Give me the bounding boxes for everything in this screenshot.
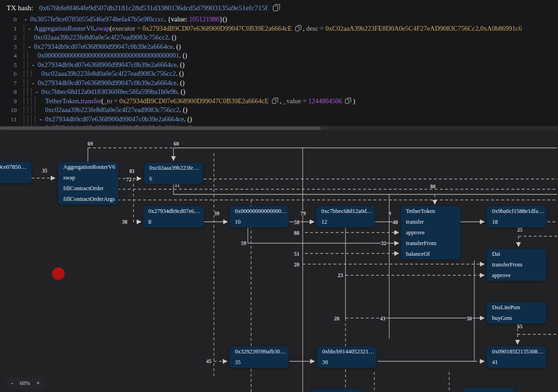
copy-icon[interactable]: [272, 99, 276, 104]
tree-guide-line: [35, 115, 39, 123]
node-method-row[interactable]: approve: [487, 270, 546, 281]
tx-hash-label: TX hash:: [7, 4, 33, 12]
address-link[interactable]: 0x00000000000000000000000000000000000000…: [38, 52, 179, 59]
line-number: 11: [0, 115, 17, 124]
node-title[interactable]: 0x9ba0cf1588e1dfa…: [487, 206, 546, 217]
line-number: 10: [0, 106, 17, 115]
tree-branch-dash: -: [24, 15, 30, 24]
address-link[interactable]: 0x27934db9cd07e6368900d99047c0b39e2a6664…: [34, 43, 173, 50]
copy-icon[interactable]: [273, 6, 278, 11]
scrollbar-thumb[interactable]: [0, 126, 321, 130]
node-title[interactable]: TetherToken: [401, 206, 460, 217]
line-number: 0: [0, 15, 17, 24]
tree-guide-line: [31, 70, 35, 77]
address-link[interactable]: 0xc02aaa39b223fe8d0a0e5c4f27ead9083c756c…: [34, 33, 168, 41]
contract-name[interactable]: AggregationRouterV6: [34, 25, 94, 32]
tree-guide-line: [24, 97, 27, 105]
node-method-row[interactable]: 12: [316, 217, 375, 227]
graph-node[interactable]: 0x329239599afb30…35: [230, 346, 289, 368]
graph-node[interactable]: 0x3057fe9ce07850…: [0, 162, 32, 183]
node-method-row[interactable]: 10: [230, 217, 289, 227]
address-link[interactable]: 0x3057fe9ce0785055d546e974befa47b5e9f0cc…: [30, 15, 164, 23]
tree-guide-line: [31, 115, 35, 123]
node-method-row[interactable]: 18: [487, 217, 546, 227]
node-method-row[interactable]: swap: [58, 173, 119, 183]
address-link[interactable]: 0xc02aaa39b223fe8d0a0e5c4f27ead9083c756c…: [45, 106, 179, 113]
graph-node[interactable]: 0xbbcb9144052321…30: [317, 346, 377, 368]
node-title[interactable]: 0xc7bbec68d12a0d…: [316, 206, 375, 217]
node-method-row[interactable]: transfer: [401, 217, 460, 227]
graph-node[interactable]: AggregationRouterV6swapfillContractOrder…: [58, 162, 119, 205]
graph-node[interactable]: 0x9ba0cf1588e1dfa…18: [487, 206, 546, 227]
node-title[interactable]: 0x090185f2135308…: [487, 346, 546, 357]
address-link[interactable]: 0xc7bbec68d12a0d1830360f8ec58fa599ba1b0e…: [41, 88, 177, 95]
trace-text: . (): [177, 79, 185, 86]
address-link[interactable]: 0x27934db9cd07e6368900d99047c0b39e2a6664…: [45, 115, 184, 123]
graph-node[interactable]: [312, 389, 363, 392]
contract-name[interactable]: TetherToken: [45, 97, 79, 105]
node-method-row[interactable]: 30: [317, 357, 377, 368]
address-link[interactable]: 0x27934db9cd07e6368900d99047c0b39e2a6664…: [38, 79, 177, 86]
line-number: 9: [0, 97, 17, 106]
tree-guide-line: [27, 115, 31, 123]
node-title[interactable]: 0xc02aaa39b223fe…: [144, 163, 203, 173]
graph-node[interactable]: 0x00000000000000…10: [230, 206, 289, 227]
method-name[interactable]: transfer: [80, 97, 101, 105]
node-title[interactable]: 0x3057fe9ce07850…: [0, 162, 32, 173]
tree-guide-line: [24, 88, 27, 95]
tree-guide-line: [24, 70, 27, 77]
param-address-value: 0x27934dB9CD07e6368900D99047C0B39E2a6664…: [120, 97, 269, 105]
trace-panel: TX hash: 0x676bfe8f464fe9d507db2181c28d5…: [0, 0, 558, 126]
node-title[interactable]: 0x27934db9cd07e6…: [143, 206, 204, 217]
node-method-row[interactable]: 41: [487, 357, 546, 368]
trace-text: ,: [278, 97, 283, 105]
param-address-value: 0x27934dB9CD07e6368900D99047C0B39E2a6664…: [142, 25, 292, 32]
node-method-row[interactable]: buyGem: [487, 313, 546, 324]
graph-node[interactable]: DssLitePsmbuyGem: [487, 302, 546, 324]
node-method-row[interactable]: fillContractOrderArgs: [58, 194, 119, 205]
line-number: 3: [0, 42, 17, 52]
trace-text: ,: [301, 25, 306, 32]
tree-branch-dash: -: [27, 24, 34, 33]
tx-hash-value[interactable]: 0x676bfe8f464fe9d507db2181c28d531d338013…: [39, 4, 268, 12]
copy-icon[interactable]: [345, 99, 349, 104]
method-name[interactable]: swap: [96, 25, 110, 32]
node-method-row[interactable]: transferFrom: [487, 259, 546, 270]
node-method-row[interactable]: 6: [144, 173, 203, 184]
horizontal-scrollbar[interactable]: [0, 126, 558, 130]
node-title[interactable]: DssLitePsm: [487, 302, 546, 313]
graph-node[interactable]: 0x27934db9cd07e6…8: [143, 206, 204, 227]
tree-guide-line: [27, 79, 31, 86]
call-graph-panel[interactable]: 3569608172113839795888595120233294080252…: [0, 130, 558, 392]
node-title[interactable]: AggregationRouterV6: [58, 162, 119, 173]
line-number: 8: [0, 87, 17, 97]
param-address-value: 0xC02aaA39b223FE8D0A0e5C4F27eAD9083C756C…: [326, 25, 522, 32]
zoom-out-button[interactable]: -: [11, 380, 13, 386]
line-number: 1: [0, 24, 17, 33]
node-method-row[interactable]: transferFrom: [401, 238, 460, 249]
graph-node[interactable]: TetherTokentransferapprovetransferFromba…: [401, 206, 460, 259]
zoom-level: 60%: [20, 380, 30, 387]
graph-node[interactable]: DaitransferFromapprove: [487, 249, 546, 281]
zoom-in-button[interactable]: +: [36, 380, 40, 386]
node-title[interactable]: 0x00000000000000…: [230, 206, 289, 217]
node-method-row[interactable]: 35: [230, 357, 289, 368]
trace-text: . (): [168, 33, 176, 41]
node-method-row[interactable]: balanceOf: [401, 249, 460, 259]
graph-node[interactable]: [462, 388, 514, 392]
node-title[interactable]: 0x329239599afb30…: [230, 346, 289, 357]
node-method-row[interactable]: approve: [401, 227, 460, 238]
node-title[interactable]: 0xbbcb9144052321…: [317, 346, 377, 357]
graph-node[interactable]: 0x090185f2135308…41: [487, 346, 546, 368]
node-title[interactable]: Dai: [487, 249, 546, 259]
copy-icon[interactable]: [295, 27, 299, 31]
trace-line: 100xc02aaa39b223fe8d0a0e5c4f27ead9083c75…: [0, 106, 558, 115]
node-method-row[interactable]: 8: [143, 217, 204, 227]
trace-text: . {value:: [164, 15, 189, 23]
param-name: _value =: [283, 97, 308, 105]
graph-node[interactable]: 0xc02aaa39b223fe…6: [144, 163, 203, 184]
graph-node[interactable]: 0xc7bbec68d12a0d…12: [316, 206, 375, 227]
address-link[interactable]: 0xc02aaa39b223fe8d0a0e5c4f27ead9083c756c…: [41, 70, 176, 77]
address-link[interactable]: 0x27934db9cd07e6368900d99047c0b39e2a6664…: [38, 61, 177, 68]
node-method-row[interactable]: fillContractOrder: [58, 183, 119, 194]
